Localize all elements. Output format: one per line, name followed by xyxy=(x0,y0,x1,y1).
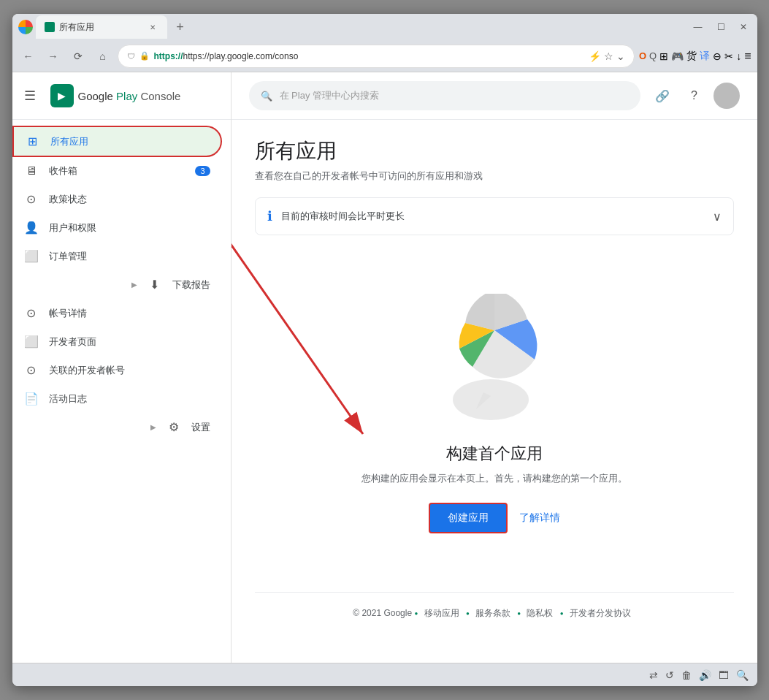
minimize-button[interactable]: — xyxy=(689,20,707,34)
taskbar-icon-sound[interactable]: 🔊 xyxy=(699,669,711,681)
lightning-icon: ⚡ xyxy=(589,50,601,62)
star-icon[interactable]: ☆ xyxy=(604,50,613,62)
apps-grid-icon[interactable]: ⊞ xyxy=(659,50,668,62)
page-title: 所有应用 xyxy=(255,137,734,165)
settings-icon: ⚙ xyxy=(167,420,181,434)
terms-link[interactable]: 服务条款 xyxy=(475,608,510,618)
dot-separator-4: ● xyxy=(560,610,565,617)
app-illustration xyxy=(421,294,567,425)
back-button[interactable]: ← xyxy=(18,46,39,66)
window-controls: — ☐ ✕ xyxy=(689,20,751,34)
user-avatar[interactable] xyxy=(713,83,740,109)
sidebar-nav: ⊞ 所有应用 🖥 收件箱 3 ⊙ 政策状态 👤 用户和权限 ⬜ xyxy=(12,120,231,663)
sidebar-item-policy[interactable]: ⊙ 政策状态 xyxy=(12,185,222,213)
account-label: 帐号详情 xyxy=(49,307,87,320)
taskbar-icon-2[interactable]: ↺ xyxy=(665,669,674,681)
main-content: 🔍 在 Play 管理中心内搜索 🔗 ? 所有应用 查看您在自己的开发者帐号中可… xyxy=(232,72,757,663)
chevron-down-icon[interactable]: ⌄ xyxy=(616,50,625,62)
inbox-label: 收件箱 xyxy=(49,164,77,178)
lock-icon: 🔒 xyxy=(139,51,150,61)
empty-actions: 创建应用 了解详情 xyxy=(429,503,560,533)
inbox-icon: 🖥 xyxy=(24,164,39,178)
info-expand-icon[interactable]: ∨ xyxy=(713,210,722,224)
sidebar-header: ☰ Google Play Console xyxy=(12,72,231,120)
translate-icon[interactable]: 译 xyxy=(700,50,710,63)
play-console-logo: Google Play Console xyxy=(50,84,181,107)
taskbar: ⇄ ↺ 🗑 🔊 🗔 🔍 xyxy=(12,663,757,686)
taskbar-icon-1[interactable]: ⇄ xyxy=(649,669,658,681)
sidebar-item-orders[interactable]: ⬜ 订单管理 xyxy=(12,242,222,270)
settings-expand-icon: ▶ xyxy=(150,423,156,431)
maximize-button[interactable]: ☐ xyxy=(713,20,730,34)
help-icon-button[interactable]: ? xyxy=(681,83,708,109)
dot-separator-1: ● xyxy=(414,610,419,617)
sidebar-item-devpage[interactable]: ⬜ 开发者页面 xyxy=(12,327,222,356)
orders-label: 订单管理 xyxy=(49,250,87,263)
shield-icon: 🛡 xyxy=(127,52,135,61)
reports-icon: ⬇ xyxy=(148,278,162,292)
address-bar: ← → ⟳ ⌂ 🛡 🔒 https://https://play.google.… xyxy=(12,40,757,72)
forward-button[interactable]: → xyxy=(43,46,64,66)
footer: © 2021 Google ● 移动应用 ● 服务条款 ● 隐私权 ● 开发者分… xyxy=(255,592,734,634)
sidebar-item-inbox[interactable]: 🖥 收件箱 3 xyxy=(12,157,222,185)
app-body: ☰ Google Play Console ⊞ 所有应用 🖥 收件箱 3 xyxy=(12,72,757,663)
tab-close-button[interactable]: ✕ xyxy=(147,21,158,33)
users-icon: 👤 xyxy=(24,221,39,235)
game-icon[interactable]: 🎮 xyxy=(671,50,684,62)
all-apps-label: 所有应用 xyxy=(50,135,88,148)
search-icon[interactable]: Q xyxy=(649,50,657,61)
home-button[interactable]: ⌂ xyxy=(93,46,113,66)
menu-icon[interactable]: ≡ xyxy=(744,50,751,63)
hamburger-icon[interactable]: ☰ xyxy=(24,88,42,104)
sidebar-item-all-apps[interactable]: ⊞ 所有应用 xyxy=(12,126,222,157)
orders-icon: ⬜ xyxy=(24,249,39,263)
reports-label: 下载报告 xyxy=(172,278,210,292)
empty-title: 构建首个应用 xyxy=(446,443,543,465)
shop-icon[interactable]: 货 xyxy=(686,50,697,63)
browser-tab[interactable]: 所有应用 ✕ xyxy=(36,15,167,39)
sidebar-item-related[interactable]: ⊙ 关联的开发者帐号 xyxy=(12,356,222,384)
account-icon: ⊙ xyxy=(24,306,39,320)
related-label: 关联的开发者帐号 xyxy=(49,364,125,377)
sidebar-item-settings[interactable]: ▶ ⚙ 设置 xyxy=(12,413,222,441)
policy-icon: ⊙ xyxy=(24,192,39,206)
sidebar: ☰ Google Play Console ⊞ 所有应用 🖥 收件箱 3 xyxy=(12,72,232,663)
privacy-link[interactable]: 隐私权 xyxy=(527,608,553,618)
play-logo-icon xyxy=(50,84,74,107)
dev-agreement-link[interactable]: 开发者分发协议 xyxy=(570,608,631,618)
search-box[interactable]: 🔍 在 Play 管理中心内搜索 xyxy=(249,81,640,110)
refresh-button[interactable]: ⟳ xyxy=(68,46,88,66)
address-bar-extras: O Q ⊞ 🎮 货 译 ⊖ ✂ ↓ ≡ xyxy=(639,50,751,63)
close-button[interactable]: ✕ xyxy=(735,20,751,34)
users-label: 用户和权限 xyxy=(49,221,96,235)
sidebar-item-reports[interactable]: ▶ ⬇ 下载报告 xyxy=(12,270,222,299)
sidebar-item-users[interactable]: 👤 用户和权限 xyxy=(12,213,222,242)
url-bar[interactable]: 🛡 🔒 https://https://play.google.com/cons… xyxy=(118,45,635,68)
dot-separator-3: ● xyxy=(517,610,522,617)
new-tab-button[interactable]: + xyxy=(170,17,191,37)
search-placeholder: 在 Play 管理中心内搜索 xyxy=(280,89,380,102)
devpage-icon: ⬜ xyxy=(24,335,39,349)
content-header: 🔍 在 Play 管理中心内搜索 🔗 ? xyxy=(232,72,757,120)
page-subtitle: 查看您在自己的开发者帐号中可访问的所有应用和游戏 xyxy=(255,170,734,183)
sidebar-item-account[interactable]: ⊙ 帐号详情 xyxy=(12,299,222,327)
activity-icon: 📄 xyxy=(24,392,39,406)
sidebar-item-activity[interactable]: 📄 活动日志 xyxy=(12,384,222,413)
title-bar: 所有应用 ✕ + — ☐ ✕ xyxy=(12,14,757,40)
all-apps-icon: ⊞ xyxy=(26,134,40,148)
url-text: https://https://play.google.com/conso xyxy=(154,51,299,61)
empty-description: 您构建的应用会显示在本页上。首先，请构建您的第一个应用。 xyxy=(361,472,627,485)
reports-expand-icon: ▶ xyxy=(131,281,137,289)
minus-icon[interactable]: ⊖ xyxy=(713,50,722,62)
browser-icon xyxy=(18,20,33,34)
download-icon[interactable]: ↓ xyxy=(736,50,741,62)
learn-more-link[interactable]: 了解详情 xyxy=(519,511,560,525)
taskbar-icon-search[interactable]: 🔍 xyxy=(736,669,749,681)
scissors-icon[interactable]: ✂ xyxy=(724,50,733,62)
settings-label: 设置 xyxy=(191,421,210,434)
taskbar-icon-window[interactable]: 🗔 xyxy=(719,669,729,681)
mobile-app-link[interactable]: 移动应用 xyxy=(424,608,459,618)
taskbar-icon-trash[interactable]: 🗑 xyxy=(681,669,692,681)
create-app-button[interactable]: 创建应用 xyxy=(429,503,508,533)
link-icon-button[interactable]: 🔗 xyxy=(649,83,676,109)
